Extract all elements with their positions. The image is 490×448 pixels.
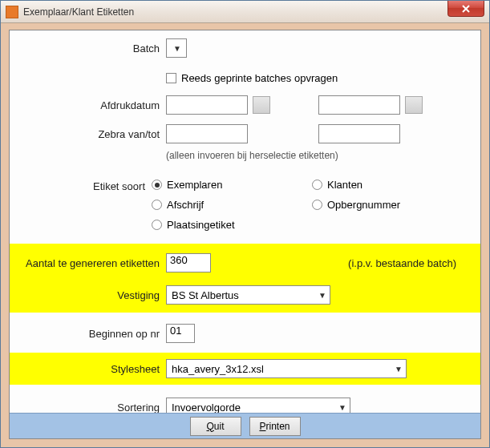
radio-icon xyxy=(312,200,322,210)
aantal-input[interactable]: 360 xyxy=(166,253,211,272)
reeds-checkbox[interactable] xyxy=(166,73,176,83)
stylesheet-dropdown[interactable]: hka_avery_3x12.xsl ▼ xyxy=(166,359,407,378)
radio-icon xyxy=(152,220,162,230)
sortering-value: Invoervolgorde xyxy=(167,402,335,414)
radio-plaatsingetiket[interactable]: Plaatsingetiket xyxy=(152,219,312,231)
beginnen-label: Beginnen op nr xyxy=(18,328,166,340)
app-icon xyxy=(6,6,18,18)
radio-icon xyxy=(152,200,162,210)
beginnen-input[interactable]: 01 xyxy=(166,324,195,343)
reeds-label: Reeds geprinte batches opvragen xyxy=(181,72,338,84)
batch-label: Batch xyxy=(18,42,166,54)
aantal-label: Aantal te genereren etiketten xyxy=(18,257,166,269)
zebra-label: Zebra van/tot xyxy=(18,128,166,140)
vestiging-value: BS St Albertus xyxy=(167,289,315,301)
zebra-from-input[interactable] xyxy=(166,124,248,143)
titlebar[interactable]: Exemplaar/Klant Etiketten xyxy=(1,1,489,23)
afdrukdatum-label: Afdrukdatum xyxy=(18,99,166,111)
etiket-soort-label: Etiket soort xyxy=(18,179,152,192)
vestiging-label: Vestiging xyxy=(18,289,166,301)
printen-accel: P xyxy=(259,421,265,432)
vestiging-dropdown[interactable]: BS St Albertus ▼ xyxy=(166,285,330,305)
stylesheet-label: Stylesheet xyxy=(18,363,166,375)
action-bar: Quit Printen xyxy=(10,413,480,438)
zebra-to-input[interactable] xyxy=(318,124,400,143)
chevron-down-icon: ▼ xyxy=(315,286,330,304)
close-button[interactable] xyxy=(447,1,484,17)
ipv-label: (i.p.v. bestaande batch) xyxy=(348,257,456,269)
radio-afschrijf-label: Afschrijf xyxy=(167,199,204,211)
stylesheet-value: hka_avery_3x12.xsl xyxy=(167,363,391,375)
printen-button[interactable]: Printen xyxy=(249,417,301,436)
client-area: Batch ▼ Reeds geprinte batches opvragen … xyxy=(9,30,481,439)
sortering-label: Sortering xyxy=(18,402,166,414)
radio-klanten-label: Klanten xyxy=(327,179,362,191)
afdrukdatum-to-picker-button[interactable] xyxy=(405,96,423,114)
afdrukdatum-from-picker-button[interactable] xyxy=(253,96,270,114)
batch-dropdown[interactable]: ▼ xyxy=(166,38,187,58)
window-title: Exemplaar/Klant Etiketten xyxy=(23,6,134,18)
close-icon xyxy=(461,5,471,13)
radio-plaatsingetiket-label: Plaatsingetiket xyxy=(167,219,235,231)
afdrukdatum-from-input[interactable] xyxy=(166,95,248,115)
zebra-hint: (alleen invoeren bij herselectie etikett… xyxy=(166,150,338,161)
printen-rest: rinten xyxy=(265,421,290,432)
radio-afschrijf[interactable]: Afschrijf xyxy=(152,199,312,211)
quit-rest: uit xyxy=(214,421,225,432)
radio-exemplaren-label: Exemplaren xyxy=(167,179,222,191)
afdrukdatum-to-input[interactable] xyxy=(318,95,400,115)
quit-accel: Q xyxy=(206,421,213,432)
radio-icon xyxy=(152,180,162,190)
radio-opbergnummer[interactable]: Opbergnummer xyxy=(312,199,472,211)
radio-exemplaren[interactable]: Exemplaren xyxy=(152,179,312,191)
chevron-down-icon: ▼ xyxy=(170,39,184,57)
radio-klanten[interactable]: Klanten xyxy=(312,179,472,191)
quit-button[interactable]: Quit xyxy=(190,417,241,436)
chevron-down-icon: ▼ xyxy=(391,360,406,377)
radio-opbergnummer-label: Opbergnummer xyxy=(327,199,400,211)
radio-icon xyxy=(312,180,322,190)
reeds-checkbox-row[interactable]: Reeds geprinte batches opvragen xyxy=(166,72,338,84)
app-window: Exemplaar/Klant Etiketten Batch ▼ Reeds … xyxy=(0,0,490,448)
